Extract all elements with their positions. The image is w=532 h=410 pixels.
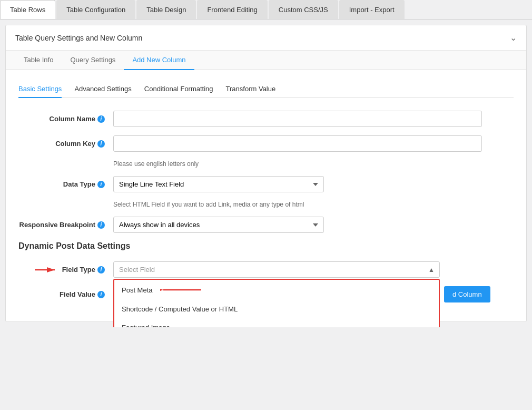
field-type-info-icon[interactable]: i	[97, 266, 105, 274]
data-type-info-icon[interactable]: i	[97, 181, 105, 188]
dropdown-label-shortcode: Shortcode / Computed Value or HTML	[122, 305, 238, 313]
data-type-row: Data Type i Single Line Text Field HTML …	[18, 176, 514, 192]
field-type-label: Field Type i	[18, 265, 113, 275]
inner-tab-query-settings[interactable]: Query Settings	[62, 51, 124, 70]
column-key-hint: Please use english letters only	[113, 160, 514, 168]
chevron-down-icon: ⌄	[510, 33, 517, 43]
content-area: Basic Settings Advanced Settings Conditi…	[6, 70, 526, 321]
section-title: Table Query Settings and New Column	[15, 34, 142, 42]
field-type-select-wrapper: Select Field Post Meta Shortcode / Compu…	[113, 261, 440, 278]
dropdown-item-post-meta[interactable]: Post Meta	[114, 280, 439, 300]
column-name-label: Column Name i	[18, 115, 113, 123]
dropdown-label-featured-image: Featured Image	[122, 324, 170, 327]
responsive-breakpoint-row: Responsive Breakpoint i Always show in a…	[18, 217, 514, 233]
add-column-button[interactable]: d Column	[444, 286, 490, 302]
column-name-input[interactable]	[113, 111, 482, 127]
tab-import-export[interactable]: Import - Export	[339, 0, 405, 19]
sub-tab-bar: Basic Settings Advanced Settings Conditi…	[18, 81, 514, 98]
tab-custom-css-js[interactable]: Custom CSS/JS	[269, 0, 338, 19]
sub-tab-transform-value[interactable]: Transform Value	[226, 81, 276, 98]
column-name-row: Column Name i	[18, 111, 514, 127]
column-key-input[interactable]	[113, 135, 482, 152]
tab-table-rows[interactable]: Table Rows	[0, 0, 55, 19]
column-key-row: Column Key i	[18, 135, 514, 152]
field-type-dropdown: Post Meta Shortcode / Compute	[113, 279, 440, 327]
data-type-label: Data Type i	[18, 180, 113, 188]
main-tab-bar: Table Rows Table Configuration Table Des…	[0, 0, 532, 19]
tab-table-design[interactable]: Table Design	[136, 0, 196, 19]
tab-table-configuration[interactable]: Table Configuration	[56, 0, 135, 19]
inner-tab-table-info[interactable]: Table Info	[15, 51, 62, 70]
column-name-info-icon[interactable]: i	[97, 115, 105, 123]
inner-tab-add-new-column[interactable]: Add New Column	[124, 51, 194, 70]
post-meta-arrow-icon	[160, 285, 202, 295]
section-header[interactable]: Table Query Settings and New Column ⌄	[6, 25, 526, 51]
sub-tab-conditional-formatting[interactable]: Conditional Formatting	[144, 81, 213, 98]
column-key-info-icon[interactable]: i	[97, 140, 105, 148]
dynamic-section-title: Dynamic Post Data Settings	[18, 241, 514, 251]
dropdown-item-shortcode[interactable]: Shortcode / Computed Value or HTML	[114, 300, 439, 318]
responsive-breakpoint-info-icon[interactable]: i	[97, 221, 105, 229]
responsive-breakpoint-label: Responsive Breakpoint i	[18, 221, 113, 229]
red-arrow-icon	[35, 265, 58, 275]
column-key-label: Column Key i	[18, 140, 113, 148]
data-type-hint: Select HTML Field if you want to add Lin…	[113, 201, 514, 208]
field-type-select[interactable]: Select Field Post Meta Shortcode / Compu…	[113, 261, 440, 278]
data-type-select[interactable]: Single Line Text Field HTML Field Number…	[113, 176, 324, 192]
field-type-row: Field Type i Select Field Post Meta Shor…	[18, 261, 514, 278]
inner-tab-bar: Table Info Query Settings Add New Column	[6, 51, 526, 70]
main-panel: Table Query Settings and New Column ⌄ Ta…	[5, 25, 527, 322]
responsive-breakpoint-select[interactable]: Always show in all devices Hide on mobil…	[113, 217, 324, 233]
sub-tab-basic-settings[interactable]: Basic Settings	[18, 81, 62, 98]
sub-tab-advanced-settings[interactable]: Advanced Settings	[74, 81, 131, 98]
dropdown-item-featured-image[interactable]: Featured Image	[114, 318, 439, 327]
field-value-label: Field Value i	[18, 290, 113, 298]
field-value-info-icon[interactable]: i	[97, 291, 105, 298]
tab-frontend-editing[interactable]: Frontend Editing	[197, 0, 267, 19]
dropdown-label-post-meta: Post Meta	[122, 286, 153, 294]
